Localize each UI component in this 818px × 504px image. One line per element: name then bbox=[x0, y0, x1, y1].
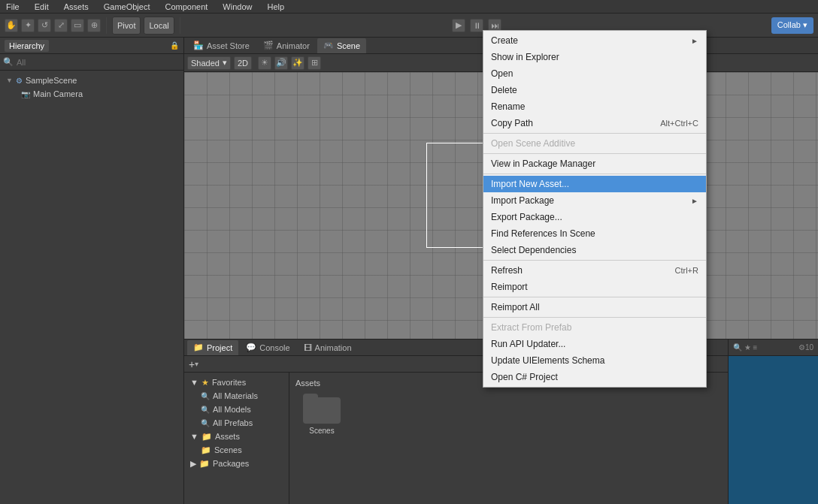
ctx-item-find-references-in-scene[interactable]: Find References In Scene bbox=[483, 225, 706, 242]
project-tab-label: Project bbox=[207, 343, 232, 352]
tool-custom[interactable]: ⊕ bbox=[87, 19, 101, 32]
shading-dropdown[interactable]: Shaded ▾ bbox=[187, 56, 231, 70]
ctx-item-open[interactable]: Open bbox=[483, 65, 706, 82]
ctx-arrow: ► bbox=[691, 37, 698, 45]
shading-label: Shaded bbox=[191, 59, 220, 68]
menu-assets[interactable]: Assets bbox=[61, 2, 92, 11]
tool-rotate[interactable]: ↺ bbox=[38, 19, 51, 32]
asset-store-tab[interactable]: 🏪 Asset Store bbox=[187, 38, 256, 53]
ctx-item-reimport-all[interactable]: Reimport All bbox=[483, 299, 706, 315]
all-prefabs-item[interactable]: 🔍 All Prefabs bbox=[184, 416, 289, 430]
2d-btn[interactable]: 2D bbox=[234, 56, 252, 70]
menu-window[interactable]: Window bbox=[220, 2, 255, 11]
pivot-label: Pivot bbox=[117, 21, 135, 30]
project-sidebar: ▼ ★ Favorites 🔍 All Materials 🔍 All Mode… bbox=[184, 373, 289, 504]
packages-arrow: ▶ bbox=[190, 459, 196, 469]
assets-arrow: ▼ bbox=[190, 432, 198, 441]
all-materials-item[interactable]: 🔍 All Materials bbox=[184, 389, 289, 403]
project-tab[interactable]: 📁 Project bbox=[187, 340, 238, 355]
ctx-label: Find References In Scene bbox=[491, 228, 595, 239]
camera-item[interactable]: 📷 Main Camera bbox=[0, 87, 183, 101]
ctx-item-copy-path[interactable]: Copy PathAlt+Ctrl+C bbox=[483, 115, 706, 131]
context-menu: Create►Show in ExplorerOpenDeleteRenameC… bbox=[483, 30, 707, 388]
ctx-item-open-scene-additive: Open Scene Additive bbox=[483, 135, 706, 152]
scene-tab[interactable]: 🎮 Scene bbox=[317, 38, 366, 53]
collab-label: Collab ▾ bbox=[777, 20, 807, 30]
search-icon: 🔍 bbox=[3, 57, 14, 67]
add-asset-button[interactable]: + bbox=[189, 358, 195, 370]
ctx-item-refresh[interactable]: RefreshCtrl+R bbox=[483, 262, 706, 279]
search-icon-sm: 🔍 bbox=[201, 392, 210, 400]
menu-component[interactable]: Component bbox=[162, 2, 211, 11]
tool-move[interactable]: ✦ bbox=[21, 19, 35, 32]
ctx-label: Create bbox=[491, 35, 518, 46]
ctx-separator-19 bbox=[483, 297, 706, 297]
menu-gameobject[interactable]: GameObject bbox=[101, 2, 153, 11]
menu-bar: File Edit Assets GameObject Component Wi… bbox=[0, 0, 818, 14]
ctx-label: Refresh bbox=[491, 265, 523, 276]
ctx-item-reimport[interactable]: Reimport bbox=[483, 279, 706, 295]
menu-edit[interactable]: Edit bbox=[32, 2, 52, 11]
pause-btn[interactable]: ⏸ bbox=[470, 19, 483, 32]
ctx-label: Update UIElements Schema bbox=[491, 355, 604, 366]
all-models-label: All Models bbox=[213, 405, 251, 414]
scene-audio-icon[interactable]: 🔊 bbox=[274, 56, 288, 70]
scene-gizmos-icon[interactable]: ⊞ bbox=[308, 56, 321, 70]
scene-fx-icon[interactable]: ✨ bbox=[291, 56, 304, 70]
ctx-label: Select Dependencies bbox=[491, 245, 576, 255]
ctx-item-update-uielements-schema[interactable]: Update UIElements Schema bbox=[483, 352, 706, 369]
ctx-item-export-package-[interactable]: Export Package... bbox=[483, 209, 706, 225]
ctx-item-create[interactable]: Create► bbox=[483, 32, 706, 49]
separator-1 bbox=[106, 17, 107, 34]
folder-label: Scenes bbox=[309, 427, 334, 435]
scene-lighting-icon[interactable]: ☀ bbox=[258, 56, 271, 70]
scenes-folder-item[interactable]: Scenes bbox=[295, 394, 348, 435]
ctx-item-rename[interactable]: Rename bbox=[483, 98, 706, 115]
favorites-star: ★ bbox=[201, 378, 209, 388]
assets-folder-icon: 📁 bbox=[201, 432, 212, 442]
tool-hand[interactable]: ✋ bbox=[5, 19, 18, 32]
ctx-shortcut: Ctrl+R bbox=[675, 266, 698, 275]
tool-rect[interactable]: ▭ bbox=[71, 19, 84, 32]
ctx-label: Import Package bbox=[491, 195, 554, 206]
ctx-label: Open C# Project bbox=[491, 372, 558, 382]
ctx-item-show-in-explorer[interactable]: Show in Explorer bbox=[483, 49, 706, 65]
ctx-label: View in Package Manager bbox=[491, 158, 595, 169]
ctx-label: Open bbox=[491, 68, 513, 79]
ctx-label: Reimport bbox=[491, 282, 528, 292]
menu-file[interactable]: File bbox=[3, 2, 23, 11]
favorites-group[interactable]: ▼ ★ Favorites bbox=[184, 376, 289, 389]
ctx-item-import-new-asset-[interactable]: Import New Asset... bbox=[483, 176, 706, 192]
console-tab[interactable]: 💬 Console bbox=[240, 340, 295, 355]
collab-button[interactable]: Collab ▾ bbox=[771, 17, 813, 34]
console-tab-icon: 💬 bbox=[246, 343, 256, 352]
ctx-item-open-c-project[interactable]: Open C# Project bbox=[483, 369, 706, 385]
play-btn[interactable]: ▶ bbox=[452, 19, 465, 32]
ctx-label: Extract From Prefab bbox=[491, 322, 571, 333]
scenes-item[interactable]: 📁 Scenes bbox=[184, 443, 289, 457]
ctx-item-select-dependencies[interactable]: Select Dependencies bbox=[483, 242, 706, 258]
project-assets: Assets Scenes bbox=[289, 373, 728, 504]
packages-group[interactable]: ▶ 📁 Packages bbox=[184, 457, 289, 470]
animator-tab[interactable]: 🎬 Animator bbox=[257, 38, 316, 53]
ctx-item-view-in-package-manager[interactable]: View in Package Manager bbox=[483, 155, 706, 172]
ctx-item-run-api-updater-[interactable]: Run API Updater... bbox=[483, 336, 706, 352]
scene-item[interactable]: ▼ ⚙ SampleScene bbox=[0, 74, 183, 87]
tool-scale[interactable]: ⤢ bbox=[54, 19, 68, 32]
hierarchy-search-input[interactable] bbox=[17, 58, 180, 67]
local-btn[interactable]: Local bbox=[144, 17, 174, 35]
all-prefabs-label: All Prefabs bbox=[213, 418, 253, 427]
assets-group[interactable]: ▼ 📁 Assets bbox=[184, 430, 289, 443]
ctx-label: Reimport All bbox=[491, 302, 540, 312]
menu-help[interactable]: Help bbox=[264, 2, 287, 11]
all-models-item[interactable]: 🔍 All Models bbox=[184, 403, 289, 416]
assets-group-label: Assets bbox=[215, 432, 240, 441]
ctx-item-delete[interactable]: Delete bbox=[483, 82, 706, 98]
ctx-item-import-package[interactable]: Import Package► bbox=[483, 192, 706, 209]
lock-icon[interactable]: 🔒 bbox=[170, 41, 179, 50]
animation-tab[interactable]: 🎞 Animation bbox=[298, 340, 358, 355]
search-icon-sm2: 🔍 bbox=[201, 406, 210, 414]
hierarchy-tab[interactable]: Hierarchy bbox=[5, 40, 49, 52]
scene-name: SampleScene bbox=[26, 76, 77, 85]
pivot-btn[interactable]: Pivot bbox=[112, 17, 141, 35]
